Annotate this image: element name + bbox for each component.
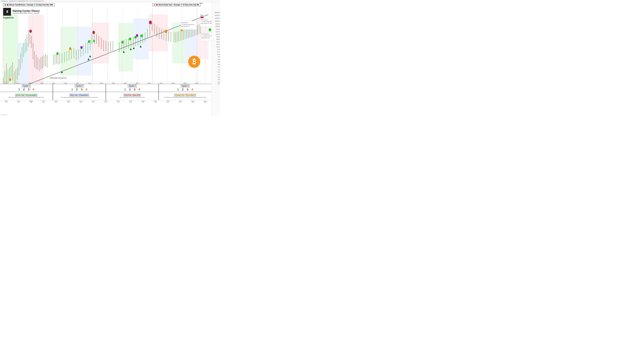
date-nov2010: Nov 282010 — [0, 100, 12, 104]
tradingview-watermark: TradingView — [1, 114, 8, 115]
next-early-top-text2: +/- 21 days from July 9th, 2024 — [182, 24, 194, 25]
xaxis-2022: 2022 — [131, 82, 143, 84]
purple-dot-c2 — [80, 46, 82, 49]
green-dot-2b — [88, 40, 90, 43]
svg-rect-16 — [28, 31, 28, 47]
orange-year-title: Orange Year = Bear Market — [174, 94, 196, 96]
cycle-3-numbers: 1 2 3 4 — [124, 88, 140, 91]
orange-year-block: Orange Year = Bear Market Price becomes … — [159, 92, 212, 100]
svg-rect-81 — [176, 32, 176, 42]
price-0p08: 0.08 — [218, 76, 220, 78]
svg-rect-27 — [46, 54, 46, 66]
svg-rect-22 — [38, 57, 38, 69]
green-year-sub: Best Cycle Buying Prices | Return to Med… — [9, 97, 44, 98]
btc-axis-label: BTC — [200, 3, 203, 4]
svg-rect-75 — [161, 29, 162, 39]
price-0p04: 0.04 — [218, 79, 220, 80]
price-345: 345.00 — [216, 41, 220, 42]
svg-rect-56 — [113, 41, 113, 51]
ath-label: 138k — [200, 15, 203, 16]
next-cycle-top-text2: +/- 21 days from Nov 28th, 2025 — [201, 21, 212, 22]
year-labels-row: Green Year = Accumulation Best Cycle Buy… — [0, 92, 212, 100]
cycle3-num4: 4 — [138, 88, 140, 91]
red-year-block: Red Year = New ATH New ATHs Made | Cycle… — [106, 92, 159, 100]
date-nov2014: Nov 282014 — [50, 100, 62, 104]
price-1p20: 1.20 — [218, 66, 220, 67]
cycle3-num2: 2 — [129, 88, 131, 91]
date-nov2017: Nov 282017 — [87, 100, 100, 104]
cycle1-num4: 4 — [32, 88, 34, 91]
svg-rect-8 — [16, 69, 16, 84]
svg-rect-72 — [154, 24, 154, 34]
orange-year-sub: Price becomes undervalued and enters a d… — [164, 97, 206, 98]
svg-rect-2 — [6, 63, 6, 84]
price-0p14: 0.14 — [218, 74, 220, 75]
svg-rect-15 — [26, 35, 27, 51]
svg-rect-84 — [180, 31, 180, 41]
date-nov2024: Nov 282024 — [174, 100, 187, 104]
xaxis-2019: 2019 — [96, 82, 108, 84]
next-cycle-top-text1: Next Cycle Top = — [201, 19, 208, 20]
svg-rect-50 — [99, 36, 99, 47]
cycle2-num2: 2 — [76, 88, 78, 91]
svg-rect-69 — [147, 29, 148, 38]
orange-dot-c1 — [9, 78, 11, 81]
date-nov2026: Nov 282026 — [199, 100, 212, 104]
price-0p70: 0.70 — [218, 69, 220, 70]
svg-rect-31 — [56, 53, 57, 64]
price-205: 205.00 — [216, 44, 220, 45]
svg-rect-13 — [24, 43, 24, 57]
svg-rect-17 — [30, 34, 30, 44]
svg-rect-49 — [96, 34, 97, 44]
svg-rect-68 — [145, 32, 145, 42]
svg-rect-83 — [178, 31, 179, 41]
cycle-2-numbers: 1 2 3 4 — [72, 88, 87, 91]
cycle2-num3: 3 — [81, 88, 82, 91]
bottom-section: Cycle 1 1 2 3 4 Cycle 2 1 2 3 4 — [0, 84, 212, 116]
price-77: 77.00 — [217, 49, 220, 50]
cycle-2-title: Cycle 2 — [75, 84, 84, 87]
xaxis-labels: 2011 2012 2013 2014 2015 2016 2017 2018 … — [0, 82, 203, 84]
main-container: Bitcoin Tops/Bottoms = Average +/- 21 Da… — [0, 2, 220, 116]
cycle3-num3: 3 — [134, 88, 135, 91]
cycles-row: Cycle 1 1 2 3 4 Cycle 2 1 2 3 4 — [0, 84, 212, 92]
svg-rect-53 — [106, 41, 106, 51]
red-dot-c3 — [149, 20, 152, 24]
svg-rect-60 — [126, 39, 126, 49]
xaxis-2017: 2017 — [72, 82, 84, 84]
green-dot-3b — [129, 37, 131, 40]
svg-rect-96 — [199, 24, 199, 34]
xaxis-2027: 2027 — [191, 82, 203, 84]
xaxis-2024: 2024 — [155, 82, 167, 84]
red-dot-icon — [7, 4, 8, 6]
svg-rect-55 — [110, 41, 111, 51]
chart-area: Bitcoin Tops/Bottoms = Average +/- 21 Da… — [0, 2, 212, 116]
next-cycle-bottom-text1: Next Cycle Bottom = — [202, 33, 210, 35]
cycle4-num3: 3 — [187, 88, 188, 91]
svg-rect-36 — [66, 51, 67, 61]
cycle4-num2: 2 — [182, 88, 184, 91]
svg-rect-10 — [19, 59, 19, 75]
price-1600: 1600.00 — [216, 34, 220, 35]
svg-rect-76 — [164, 30, 164, 40]
date-nov2015: Nov 282015 — [62, 100, 75, 104]
price-4700: 4700.00 — [216, 29, 220, 30]
svg-rect-25 — [42, 56, 42, 68]
date-nov2011: Nov 282011 — [12, 100, 25, 104]
svg-rect-47 — [92, 34, 92, 44]
svg-rect-40 — [76, 50, 76, 60]
svg-rect-51 — [101, 38, 102, 49]
green-year-title: Green Year = Accumulation — [15, 94, 37, 96]
date-nov2018: Nov 282018 — [100, 100, 112, 104]
price-960: 960.00 — [216, 36, 220, 37]
svg-rect-74 — [159, 28, 159, 39]
xaxis-2013: 2013 — [24, 82, 36, 84]
purple-dot-icon — [156, 4, 158, 6]
xaxis-2025: 2025 — [167, 82, 179, 84]
svg-rect-63 — [133, 37, 134, 47]
svg-rect-28 — [47, 55, 47, 67]
svg-rect-20 — [34, 51, 35, 67]
price-58500: 58500.00 — [215, 20, 220, 22]
svg-rect-78 — [168, 31, 169, 41]
cycle1-blue-region — [18, 43, 28, 84]
